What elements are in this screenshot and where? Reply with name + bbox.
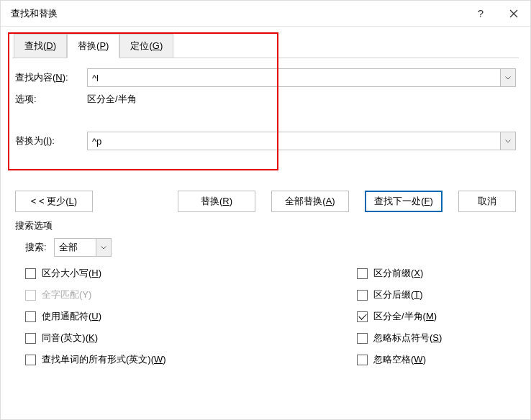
checkbox-item: 全字匹配(Y) bbox=[25, 288, 271, 301]
replace-input-wrap bbox=[87, 132, 516, 150]
find-label: 查找内容(N): bbox=[15, 71, 87, 84]
replace-all-button[interactable]: 全部替换(A) bbox=[271, 191, 349, 212]
chevron-down-icon bbox=[505, 76, 511, 80]
checkbox-columns: 区分大小写(H)全字匹配(Y)使用通配符(U)同音(英文)(K)查找单词的所有形… bbox=[15, 267, 516, 366]
checkbox-item[interactable]: 同音(英文)(K) bbox=[25, 332, 271, 344]
form-area: 查找内容(N): 选项: 区分全/半角 替换为(I): bbox=[12, 58, 519, 150]
checkbox-label: 全字匹配(Y) bbox=[42, 288, 91, 301]
options-label: 选项: bbox=[15, 93, 87, 106]
checkbox-item[interactable]: 区分后缀(T) bbox=[357, 288, 516, 301]
search-direction-value: 全部 bbox=[54, 238, 96, 257]
dialog-title: 查找和替换 bbox=[11, 7, 464, 20]
search-direction-select[interactable]: 全部 bbox=[54, 238, 112, 257]
checkbox-icon bbox=[357, 268, 368, 279]
titlebar: 查找和替换 ? bbox=[1, 1, 530, 27]
find-input[interactable] bbox=[87, 68, 500, 87]
checkbox-icon bbox=[25, 311, 36, 322]
chevron-down-icon bbox=[505, 140, 511, 143]
search-options-section: 搜索选项 搜索: 全部 区分大小写(H)全字匹配(Y)使用通配符(U)同音(英文… bbox=[12, 212, 519, 366]
checkbox-icon bbox=[25, 355, 36, 365]
checkbox-label: 区分大小写(H) bbox=[42, 267, 101, 280]
search-options-title: 搜索选项 bbox=[15, 219, 516, 232]
options-row: 选项: 区分全/半角 bbox=[15, 93, 516, 106]
find-replace-dialog: 查找和替换 ? 查找(D) 替换(P) 定位(G) 查找内容(N): bbox=[0, 0, 531, 420]
search-direction-dropdown[interactable] bbox=[96, 238, 112, 257]
checkbox-icon bbox=[25, 290, 36, 301]
replace-button[interactable]: 替换(R) bbox=[178, 191, 255, 212]
button-row: < < 更少(L) 替换(R) 全部替换(A) 查找下一处(F) 取消 bbox=[12, 191, 519, 212]
less-button[interactable]: < < 更少(L) bbox=[15, 191, 93, 212]
cancel-button[interactable]: 取消 bbox=[458, 191, 516, 212]
checkbox-col-left: 区分大小写(H)全字匹配(Y)使用通配符(U)同音(英文)(K)查找单词的所有形… bbox=[25, 267, 271, 366]
checkbox-icon bbox=[25, 268, 36, 279]
checkbox-item[interactable]: 忽略标点符号(S) bbox=[357, 332, 516, 344]
tab-replace[interactable]: 替换(P) bbox=[67, 34, 119, 58]
checkbox-item[interactable]: 使用通配符(U) bbox=[25, 310, 271, 323]
checkbox-label: 使用通配符(U) bbox=[42, 310, 101, 323]
checkbox-item[interactable]: 区分全/半角(M) bbox=[357, 310, 516, 323]
close-icon bbox=[509, 9, 518, 18]
checkbox-label: 区分全/半角(M) bbox=[373, 310, 437, 323]
options-value: 区分全/半角 bbox=[87, 93, 137, 106]
dialog-content: 查找(D) 替换(P) 定位(G) 查找内容(N): bbox=[1, 27, 530, 366]
find-dropdown-button[interactable] bbox=[500, 68, 516, 87]
find-next-button[interactable]: 查找下一处(F) bbox=[365, 191, 442, 212]
replace-label: 替换为(I): bbox=[15, 134, 87, 147]
find-input-wrap bbox=[87, 68, 516, 87]
checkbox-icon bbox=[357, 311, 368, 322]
tabstrip: 查找(D) 替换(P) 定位(G) bbox=[12, 34, 519, 58]
checkbox-label: 同音(英文)(K) bbox=[42, 332, 98, 344]
checkbox-label: 忽略空格(W) bbox=[373, 353, 426, 366]
checkbox-label: 查找单词的所有形式(英文)(W) bbox=[42, 353, 166, 366]
help-button[interactable]: ? bbox=[464, 1, 497, 27]
checkbox-item[interactable]: 忽略空格(W) bbox=[357, 353, 516, 366]
checkbox-label: 区分后缀(T) bbox=[373, 288, 423, 301]
replace-dropdown-button[interactable] bbox=[500, 132, 516, 150]
replace-row: 替换为(I): bbox=[15, 132, 516, 150]
replace-input[interactable] bbox=[87, 132, 500, 150]
checkbox-col-right: 区分前缀(X)区分后缀(T)区分全/半角(M)忽略标点符号(S)忽略空格(W) bbox=[271, 267, 516, 366]
checkbox-icon bbox=[357, 333, 368, 344]
chevron-down-icon bbox=[101, 246, 106, 250]
tab-find[interactable]: 查找(D) bbox=[14, 34, 67, 58]
checkbox-icon bbox=[357, 355, 368, 365]
close-button[interactable] bbox=[497, 1, 530, 27]
checkbox-label: 忽略标点符号(S) bbox=[373, 332, 442, 344]
search-direction-row: 搜索: 全部 bbox=[15, 238, 516, 257]
checkbox-icon bbox=[25, 333, 36, 344]
checkbox-label: 区分前缀(X) bbox=[373, 267, 423, 280]
find-row: 查找内容(N): bbox=[15, 68, 516, 87]
checkbox-item[interactable]: 区分前缀(X) bbox=[357, 267, 516, 280]
checkbox-icon bbox=[357, 290, 368, 301]
checkbox-item[interactable]: 查找单词的所有形式(英文)(W) bbox=[25, 353, 271, 366]
tab-goto[interactable]: 定位(G) bbox=[119, 34, 173, 58]
checkbox-item[interactable]: 区分大小写(H) bbox=[25, 267, 271, 280]
search-direction-label: 搜索: bbox=[25, 241, 47, 254]
